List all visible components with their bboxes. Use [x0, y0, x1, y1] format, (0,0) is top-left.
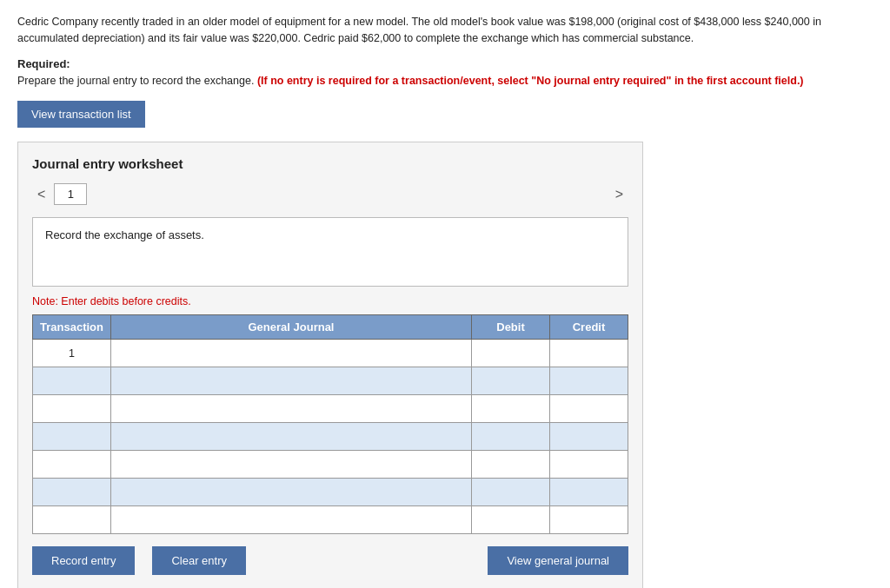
cell-transaction-0: 1	[33, 340, 111, 367]
cell-transaction-3	[33, 423, 111, 451]
required-section: Required: Prepare the journal entry to r…	[17, 57, 873, 89]
cell-transaction-1	[33, 367, 111, 395]
required-instruction: Prepare the journal entry to record the …	[17, 73, 873, 89]
col-header-transaction: Transaction	[33, 315, 111, 340]
input-general-journal-1[interactable]	[116, 373, 466, 389]
input-credit-3[interactable]	[555, 429, 622, 445]
input-debit-5[interactable]	[477, 485, 544, 500]
instruction-plain: Prepare the journal entry to record the …	[17, 75, 254, 87]
view-general-journal-button[interactable]: View general journal	[488, 546, 628, 575]
note-text: Note: Enter debits before credits.	[32, 295, 628, 307]
transaction-description: Record the exchange of assets.	[32, 217, 628, 287]
required-label: Required:	[17, 57, 873, 70]
input-credit-1[interactable]	[555, 373, 622, 389]
instruction-bold: (If no entry is required for a transacti…	[257, 75, 804, 87]
input-general-journal-5[interactable]	[116, 485, 466, 500]
input-credit-2[interactable]	[555, 401, 622, 417]
cell-general-journal-1[interactable]	[111, 367, 472, 395]
cell-credit-1[interactable]	[550, 367, 628, 395]
tab-right-arrow[interactable]: >	[610, 187, 628, 202]
cell-general-journal-4[interactable]	[111, 451, 472, 479]
col-header-credit: Credit	[550, 315, 628, 340]
record-entry-button[interactable]: Record entry	[32, 546, 135, 575]
cell-debit-5[interactable]	[472, 479, 550, 506]
cell-debit-3[interactable]	[472, 423, 550, 451]
table-row	[33, 479, 628, 506]
cell-transaction-5	[33, 479, 111, 506]
cell-debit-0[interactable]	[472, 340, 550, 367]
clear-entry-button[interactable]: Clear entry	[152, 546, 246, 575]
cell-general-journal-6[interactable]	[111, 506, 472, 534]
tab-left-arrow[interactable]: <	[32, 187, 50, 202]
input-general-journal-6[interactable]	[116, 512, 466, 528]
input-general-journal-2[interactable]	[116, 401, 466, 417]
cell-credit-3[interactable]	[550, 423, 628, 451]
input-debit-0[interactable]	[477, 346, 544, 361]
cell-debit-1[interactable]	[472, 367, 550, 395]
tab-item-1[interactable]: 1	[54, 183, 87, 205]
input-credit-4[interactable]	[555, 457, 622, 472]
cell-debit-6[interactable]	[472, 506, 550, 534]
cell-transaction-4	[33, 451, 111, 479]
cell-general-journal-0[interactable]	[111, 340, 472, 367]
worksheet-container: Journal entry worksheet < 1 > Record the…	[17, 142, 643, 588]
input-general-journal-4[interactable]	[116, 457, 466, 472]
cell-debit-2[interactable]	[472, 395, 550, 423]
journal-table: Transaction General Journal Debit Credit…	[32, 314, 628, 534]
view-transaction-button[interactable]: View transaction list	[17, 101, 145, 128]
col-header-debit: Debit	[472, 315, 550, 340]
action-buttons-row: Record entry Clear entry View general jo…	[32, 546, 628, 575]
cell-transaction-6	[33, 506, 111, 534]
cell-credit-5[interactable]	[550, 479, 628, 506]
cell-general-journal-5[interactable]	[111, 479, 472, 506]
table-row	[33, 395, 628, 423]
input-debit-2[interactable]	[477, 401, 544, 417]
tab-navigation: < 1 >	[32, 183, 628, 205]
cell-transaction-2	[33, 395, 111, 423]
input-debit-3[interactable]	[477, 429, 544, 445]
cell-general-journal-2[interactable]	[111, 395, 472, 423]
cell-credit-0[interactable]	[550, 340, 628, 367]
input-debit-1[interactable]	[477, 373, 544, 389]
col-header-general-journal: General Journal	[111, 315, 472, 340]
table-row	[33, 506, 628, 534]
cell-credit-6[interactable]	[550, 506, 628, 534]
input-general-journal-3[interactable]	[116, 429, 466, 445]
worksheet-title: Journal entry worksheet	[32, 156, 628, 171]
intro-paragraph: Cedric Company recently traded in an old…	[17, 14, 843, 47]
input-credit-0[interactable]	[555, 346, 622, 361]
cell-debit-4[interactable]	[472, 451, 550, 479]
table-row	[33, 451, 628, 479]
table-header-row: Transaction General Journal Debit Credit	[33, 315, 628, 340]
table-row: 1	[33, 340, 628, 367]
input-credit-6[interactable]	[555, 512, 622, 528]
table-row	[33, 423, 628, 451]
input-debit-6[interactable]	[477, 512, 544, 528]
cell-credit-4[interactable]	[550, 451, 628, 479]
input-debit-4[interactable]	[477, 457, 544, 472]
cell-credit-2[interactable]	[550, 395, 628, 423]
input-general-journal-0[interactable]	[116, 346, 466, 361]
cell-general-journal-3[interactable]	[111, 423, 472, 451]
input-credit-5[interactable]	[555, 485, 622, 500]
table-row	[33, 367, 628, 395]
